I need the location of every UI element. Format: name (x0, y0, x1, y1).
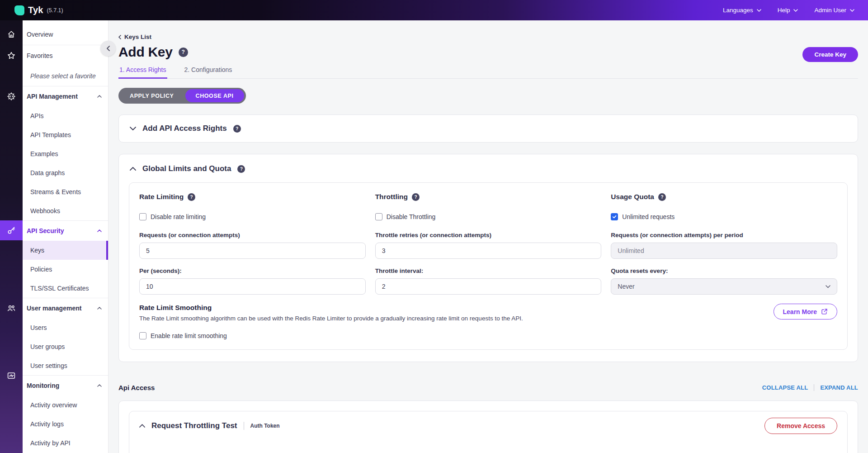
sidebar-item-label: Activity by API (30, 439, 71, 447)
help-icon[interactable]: ? (237, 165, 245, 173)
rate-limit-smoothing-section: Rate Limit Smoothing The Rate Limit smoo… (139, 304, 837, 339)
section-label: User management (27, 305, 81, 312)
user-management-icon[interactable] (0, 298, 23, 318)
throttling-column: Throttling ? Disable Throttling Throttle… (375, 193, 602, 295)
chevron-down-icon (757, 9, 761, 12)
field-label: Per (seconds): (139, 267, 366, 274)
sidebar-item-user-settings[interactable]: User settings (23, 356, 108, 375)
rate-limiting-column: Rate Limiting ? Disable rate limiting Re… (139, 193, 366, 295)
api-management-icon[interactable] (0, 86, 23, 106)
sidebar-item-label: User groups (30, 343, 65, 350)
sidebar-section-user-management[interactable]: User management (23, 298, 108, 318)
sidebar-item-activity-logs[interactable]: Activity logs (23, 415, 108, 434)
remove-access-button[interactable]: Remove Access (764, 418, 837, 434)
chevron-up-icon[interactable] (130, 167, 136, 171)
tyk-logo-icon (14, 5, 24, 15)
api-name: Request Throttling Test (151, 421, 237, 430)
api-security-key-icon[interactable] (0, 220, 23, 240)
sidebar-section-monitoring[interactable]: Monitoring (23, 376, 108, 396)
chevron-down-icon (826, 285, 830, 288)
divider (244, 422, 244, 430)
throttle-interval-input[interactable] (375, 278, 602, 295)
sidebar-item-overview[interactable]: Overview (23, 24, 108, 45)
main-content: Keys List Add Key ? Create Key 1. Access… (108, 20, 868, 453)
field-label: Throttle retries (or connection attempts… (375, 232, 602, 238)
rate-per-seconds-input[interactable] (139, 278, 366, 295)
select-value: Never (618, 283, 634, 290)
sidebar-collapse-button[interactable] (100, 41, 116, 56)
sidebar-section-api-management[interactable]: API Management (23, 86, 108, 106)
chevron-up-icon (97, 307, 102, 310)
column-title: Throttling (375, 193, 408, 201)
help-label: Help (778, 7, 790, 14)
sidebar-menu: Overview Favorites Please select a favor… (23, 20, 108, 453)
sidebar-item-favorites[interactable]: Favorites (23, 45, 108, 66)
tab-access-rights[interactable]: 1. Access Rights (118, 66, 167, 79)
collapse-all-link[interactable]: COLLAPSE ALL (762, 384, 808, 391)
limits-card: Rate Limiting ? Disable rate limiting Re… (129, 182, 848, 350)
languages-menu[interactable]: Languages (723, 7, 761, 14)
help-icon[interactable]: ? (658, 193, 666, 201)
rate-requests-input[interactable] (139, 243, 366, 259)
home-icon[interactable] (0, 24, 23, 44)
unlimited-requests-checkbox[interactable] (611, 213, 618, 220)
choose-api-segment[interactable]: CHOOSE API (185, 89, 244, 102)
section-label: API Security (27, 227, 64, 234)
section-title: Add API Access Rights (142, 124, 227, 133)
sidebar-item-webhooks[interactable]: Webhooks (23, 201, 108, 220)
checkbox-label: Disable Throttling (387, 213, 436, 220)
sidebar-item-label: Activity overview (30, 401, 77, 409)
breadcrumb[interactable]: Keys List (118, 33, 151, 40)
sidebar-item-api-templates[interactable]: API Templates (23, 125, 108, 144)
help-icon[interactable]: ? (412, 193, 420, 201)
chevron-down-icon[interactable] (130, 127, 136, 130)
help-icon[interactable]: ? (233, 125, 241, 133)
sidebar-item-label: Overview (27, 31, 53, 38)
global-limits-header[interactable]: Global Limits and Quota ? (129, 164, 848, 173)
admin-user-label: Admin User (814, 7, 846, 14)
create-key-button[interactable]: Create Key (802, 47, 858, 62)
policy-api-toggle: APPLY POLICY CHOOSE API (118, 88, 246, 104)
sidebar-item-apis[interactable]: APIs (23, 106, 108, 125)
sidebar-section-api-security[interactable]: API Security (23, 221, 108, 241)
sidebar-item-users[interactable]: Users (23, 318, 108, 337)
learn-more-button[interactable]: Learn More (774, 304, 837, 319)
help-icon[interactable]: ? (188, 193, 195, 201)
chevron-up-icon[interactable] (139, 424, 145, 428)
sidebar-item-label: Streams & Events (30, 188, 81, 196)
global-limits-panel: Global Limits and Quota ? Rate Limiting … (118, 154, 858, 362)
sidebar-item-examples[interactable]: Examples (23, 144, 108, 163)
sidebar-item-keys[interactable]: Keys (23, 241, 108, 260)
sidebar-item-tls-ssl-certificates[interactable]: TLS/SSL Certificates (23, 279, 108, 298)
api-access-entry: Request Throttling Test Auth Token Remov… (139, 418, 837, 434)
monitoring-icon[interactable] (0, 366, 23, 386)
tyk-logo[interactable]: Tyk (5.7.1) (0, 5, 63, 15)
expand-all-link[interactable]: EXPAND ALL (820, 384, 858, 391)
sidebar-item-data-graphs[interactable]: Data graphs (23, 163, 108, 182)
sidebar-item-activity-overview[interactable]: Activity overview (23, 396, 108, 415)
sidebar-item-policies[interactable]: Policies (23, 260, 108, 279)
sidebar-item-label: Policies (30, 266, 52, 273)
disable-throttling-checkbox[interactable] (375, 213, 382, 220)
sidebar-item-streams-events[interactable]: Streams & Events (23, 182, 108, 201)
help-icon[interactable]: ? (179, 48, 188, 57)
version-label: (5.7.1) (47, 7, 63, 14)
favorites-empty-note: Please select a favorite (23, 66, 108, 86)
add-api-access-rights-header[interactable]: Add API Access Rights ? (130, 124, 241, 133)
help-menu[interactable]: Help (778, 7, 798, 14)
tab-configurations[interactable]: 2. Configurations (184, 66, 233, 78)
enable-smoothing-checkbox[interactable] (139, 332, 146, 339)
apply-policy-segment[interactable]: APPLY POLICY (118, 93, 185, 99)
throttle-retries-input[interactable] (375, 243, 602, 259)
field-label: Requests (or connection attempts) (139, 232, 366, 238)
sidebar-item-user-groups[interactable]: User groups (23, 337, 108, 356)
admin-user-menu[interactable]: Admin User (814, 7, 854, 14)
chevron-down-icon (793, 9, 798, 12)
quota-resets-select: Never (611, 278, 837, 295)
sidebar-item-label: APIs (30, 112, 44, 119)
disable-rate-limiting-checkbox[interactable] (139, 213, 146, 220)
quota-requests-input (611, 243, 837, 259)
favorites-star-icon[interactable] (0, 46, 23, 66)
api-access-card: Request Throttling Test Auth Token Remov… (129, 411, 848, 453)
sidebar-item-activity-by-api[interactable]: Activity by API (23, 434, 108, 453)
